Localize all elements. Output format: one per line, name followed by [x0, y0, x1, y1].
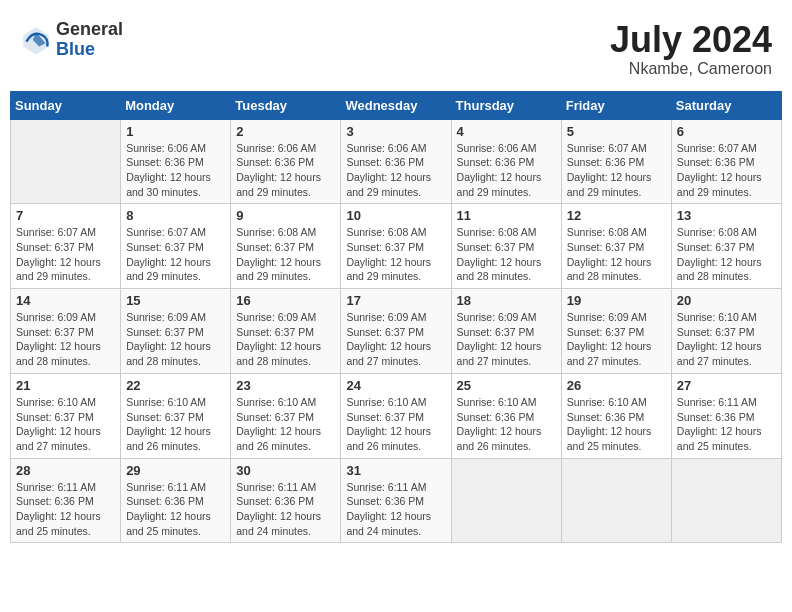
- calendar-cell: 14Sunrise: 6:09 AM Sunset: 6:37 PM Dayli…: [11, 289, 121, 374]
- day-info: Sunrise: 6:08 AM Sunset: 6:37 PM Dayligh…: [677, 225, 776, 284]
- calendar-cell: 25Sunrise: 6:10 AM Sunset: 6:36 PM Dayli…: [451, 373, 561, 458]
- day-info: Sunrise: 6:11 AM Sunset: 6:36 PM Dayligh…: [236, 480, 335, 539]
- day-header-monday: Monday: [121, 91, 231, 119]
- calendar-cell: 26Sunrise: 6:10 AM Sunset: 6:36 PM Dayli…: [561, 373, 671, 458]
- calendar-cell: 1Sunrise: 6:06 AM Sunset: 6:36 PM Daylig…: [121, 119, 231, 204]
- day-info: Sunrise: 6:09 AM Sunset: 6:37 PM Dayligh…: [457, 310, 556, 369]
- day-info: Sunrise: 6:09 AM Sunset: 6:37 PM Dayligh…: [567, 310, 666, 369]
- calendar-cell: 21Sunrise: 6:10 AM Sunset: 6:37 PM Dayli…: [11, 373, 121, 458]
- day-number: 11: [457, 208, 556, 223]
- calendar-cell: 27Sunrise: 6:11 AM Sunset: 6:36 PM Dayli…: [671, 373, 781, 458]
- day-number: 25: [457, 378, 556, 393]
- calendar-week-2: 7Sunrise: 6:07 AM Sunset: 6:37 PM Daylig…: [11, 204, 782, 289]
- day-number: 10: [346, 208, 445, 223]
- day-number: 5: [567, 124, 666, 139]
- day-header-thursday: Thursday: [451, 91, 561, 119]
- day-info: Sunrise: 6:09 AM Sunset: 6:37 PM Dayligh…: [126, 310, 225, 369]
- calendar-cell: 30Sunrise: 6:11 AM Sunset: 6:36 PM Dayli…: [231, 458, 341, 543]
- calendar-body: 1Sunrise: 6:06 AM Sunset: 6:36 PM Daylig…: [11, 119, 782, 543]
- day-number: 18: [457, 293, 556, 308]
- day-header-saturday: Saturday: [671, 91, 781, 119]
- day-number: 8: [126, 208, 225, 223]
- day-header-friday: Friday: [561, 91, 671, 119]
- calendar-week-3: 14Sunrise: 6:09 AM Sunset: 6:37 PM Dayli…: [11, 289, 782, 374]
- calendar-cell: 12Sunrise: 6:08 AM Sunset: 6:37 PM Dayli…: [561, 204, 671, 289]
- month-year: July 2024: [610, 20, 772, 60]
- day-info: Sunrise: 6:08 AM Sunset: 6:37 PM Dayligh…: [236, 225, 335, 284]
- day-number: 17: [346, 293, 445, 308]
- day-number: 24: [346, 378, 445, 393]
- day-number: 14: [16, 293, 115, 308]
- calendar-cell: 22Sunrise: 6:10 AM Sunset: 6:37 PM Dayli…: [121, 373, 231, 458]
- day-number: 2: [236, 124, 335, 139]
- day-info: Sunrise: 6:09 AM Sunset: 6:37 PM Dayligh…: [346, 310, 445, 369]
- day-number: 19: [567, 293, 666, 308]
- day-number: 6: [677, 124, 776, 139]
- day-number: 3: [346, 124, 445, 139]
- calendar-cell: [561, 458, 671, 543]
- day-info: Sunrise: 6:08 AM Sunset: 6:37 PM Dayligh…: [457, 225, 556, 284]
- calendar-cell: [451, 458, 561, 543]
- calendar-cell: 3Sunrise: 6:06 AM Sunset: 6:36 PM Daylig…: [341, 119, 451, 204]
- day-number: 30: [236, 463, 335, 478]
- day-number: 26: [567, 378, 666, 393]
- day-number: 20: [677, 293, 776, 308]
- page-header: General Blue July 2024 Nkambe, Cameroon: [10, 10, 782, 83]
- day-info: Sunrise: 6:11 AM Sunset: 6:36 PM Dayligh…: [126, 480, 225, 539]
- calendar-cell: 2Sunrise: 6:06 AM Sunset: 6:36 PM Daylig…: [231, 119, 341, 204]
- calendar-cell: 8Sunrise: 6:07 AM Sunset: 6:37 PM Daylig…: [121, 204, 231, 289]
- day-header-wednesday: Wednesday: [341, 91, 451, 119]
- day-info: Sunrise: 6:09 AM Sunset: 6:37 PM Dayligh…: [16, 310, 115, 369]
- location: Nkambe, Cameroon: [610, 60, 772, 78]
- calendar-week-1: 1Sunrise: 6:06 AM Sunset: 6:36 PM Daylig…: [11, 119, 782, 204]
- calendar-cell: 13Sunrise: 6:08 AM Sunset: 6:37 PM Dayli…: [671, 204, 781, 289]
- day-number: 27: [677, 378, 776, 393]
- day-info: Sunrise: 6:10 AM Sunset: 6:37 PM Dayligh…: [346, 395, 445, 454]
- calendar-cell: 16Sunrise: 6:09 AM Sunset: 6:37 PM Dayli…: [231, 289, 341, 374]
- logo: General Blue: [20, 20, 123, 60]
- calendar-cell: 18Sunrise: 6:09 AM Sunset: 6:37 PM Dayli…: [451, 289, 561, 374]
- day-number: 23: [236, 378, 335, 393]
- day-info: Sunrise: 6:10 AM Sunset: 6:37 PM Dayligh…: [16, 395, 115, 454]
- day-number: 1: [126, 124, 225, 139]
- day-number: 4: [457, 124, 556, 139]
- day-info: Sunrise: 6:09 AM Sunset: 6:37 PM Dayligh…: [236, 310, 335, 369]
- calendar-cell: 28Sunrise: 6:11 AM Sunset: 6:36 PM Dayli…: [11, 458, 121, 543]
- day-number: 16: [236, 293, 335, 308]
- day-header-sunday: Sunday: [11, 91, 121, 119]
- calendar-week-5: 28Sunrise: 6:11 AM Sunset: 6:36 PM Dayli…: [11, 458, 782, 543]
- calendar-cell: 11Sunrise: 6:08 AM Sunset: 6:37 PM Dayli…: [451, 204, 561, 289]
- calendar-cell: 31Sunrise: 6:11 AM Sunset: 6:36 PM Dayli…: [341, 458, 451, 543]
- calendar-header-row: SundayMondayTuesdayWednesdayThursdayFrid…: [11, 91, 782, 119]
- calendar-cell: [11, 119, 121, 204]
- day-info: Sunrise: 6:10 AM Sunset: 6:37 PM Dayligh…: [236, 395, 335, 454]
- day-info: Sunrise: 6:08 AM Sunset: 6:37 PM Dayligh…: [346, 225, 445, 284]
- day-info: Sunrise: 6:08 AM Sunset: 6:37 PM Dayligh…: [567, 225, 666, 284]
- logo-blue-text: Blue: [56, 40, 123, 60]
- day-info: Sunrise: 6:06 AM Sunset: 6:36 PM Dayligh…: [236, 141, 335, 200]
- calendar-cell: 6Sunrise: 6:07 AM Sunset: 6:36 PM Daylig…: [671, 119, 781, 204]
- day-info: Sunrise: 6:07 AM Sunset: 6:37 PM Dayligh…: [126, 225, 225, 284]
- day-info: Sunrise: 6:10 AM Sunset: 6:37 PM Dayligh…: [677, 310, 776, 369]
- calendar-cell: 7Sunrise: 6:07 AM Sunset: 6:37 PM Daylig…: [11, 204, 121, 289]
- calendar-cell: 24Sunrise: 6:10 AM Sunset: 6:37 PM Dayli…: [341, 373, 451, 458]
- day-info: Sunrise: 6:06 AM Sunset: 6:36 PM Dayligh…: [126, 141, 225, 200]
- calendar-cell: 19Sunrise: 6:09 AM Sunset: 6:37 PM Dayli…: [561, 289, 671, 374]
- day-info: Sunrise: 6:10 AM Sunset: 6:37 PM Dayligh…: [126, 395, 225, 454]
- calendar-cell: 10Sunrise: 6:08 AM Sunset: 6:37 PM Dayli…: [341, 204, 451, 289]
- day-info: Sunrise: 6:11 AM Sunset: 6:36 PM Dayligh…: [677, 395, 776, 454]
- day-number: 13: [677, 208, 776, 223]
- day-info: Sunrise: 6:07 AM Sunset: 6:36 PM Dayligh…: [677, 141, 776, 200]
- logo-text: General Blue: [56, 20, 123, 60]
- day-number: 22: [126, 378, 225, 393]
- calendar-cell: 15Sunrise: 6:09 AM Sunset: 6:37 PM Dayli…: [121, 289, 231, 374]
- day-number: 28: [16, 463, 115, 478]
- logo-icon: [20, 24, 52, 56]
- day-number: 21: [16, 378, 115, 393]
- day-number: 31: [346, 463, 445, 478]
- calendar-week-4: 21Sunrise: 6:10 AM Sunset: 6:37 PM Dayli…: [11, 373, 782, 458]
- title-block: July 2024 Nkambe, Cameroon: [610, 20, 772, 78]
- day-number: 7: [16, 208, 115, 223]
- calendar-cell: 9Sunrise: 6:08 AM Sunset: 6:37 PM Daylig…: [231, 204, 341, 289]
- calendar-cell: 29Sunrise: 6:11 AM Sunset: 6:36 PM Dayli…: [121, 458, 231, 543]
